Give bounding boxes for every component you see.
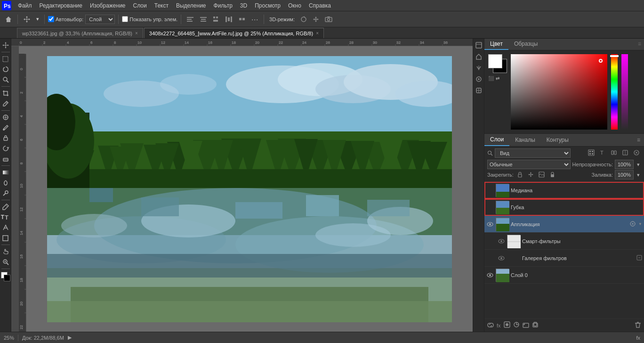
arrange-button[interactable] [236,15,248,24]
menu-layers[interactable]: Слои [129,1,151,10]
eraser-tool[interactable] [1,154,10,163]
history-brush-tool[interactable] [1,144,10,153]
layer-mediana[interactable]: Медиана [484,182,644,199]
layer-smart-visibility[interactable] [498,237,505,245]
layer-galereya[interactable]: Галерея фильтров [484,250,644,267]
brush-tool[interactable] [1,123,10,132]
layer-gubka-visibility[interactable] [486,204,494,211]
lock-pixels-btn[interactable] [515,171,524,179]
layer-mask-btn[interactable] [504,321,510,329]
layer-adjustment-btn[interactable] [513,321,520,329]
more-options-button[interactable]: ··· [250,15,260,24]
layer-smart-filters[interactable]: Смарт-фильтры [484,233,644,250]
status-arrow[interactable]: ▶ [68,335,72,341]
menu-image[interactable]: Изображение [86,1,129,10]
menu-filter[interactable]: Фильтр [210,1,236,10]
layers-tab[interactable]: Слои [484,134,509,146]
alpha-slider[interactable] [621,54,628,130]
layer-applikacia[interactable]: Аппликация ▼ [484,216,644,233]
3d-mode-button[interactable]: 3D-режим: [267,16,297,23]
pan-button[interactable] [311,15,321,24]
color-gradient-picker[interactable] [511,54,607,130]
fill-dropdown-btn[interactable]: ▾ [636,172,641,179]
filter-text-icon[interactable] [609,149,619,157]
bg-color-swatch[interactable] [4,275,10,281]
menu-window[interactable]: Окно [284,1,305,10]
lasso-tool[interactable] [1,65,10,74]
lock-all-btn[interactable] [548,171,557,179]
filter-adjust-icon[interactable]: T [598,149,607,157]
lock-position-btn[interactable] [526,171,535,179]
layer-galereya-options[interactable] [636,255,642,261]
layer-sloy0-visibility[interactable] [486,271,494,279]
blur-tool[interactable] [1,178,10,188]
align-right-button[interactable] [211,15,221,24]
menu-select[interactable]: Выделение [172,1,210,10]
lock-image-btn[interactable] [537,171,546,179]
hue-slider[interactable] [611,54,618,130]
menu-text[interactable]: Текст [151,1,172,10]
move-tool-button[interactable] [21,15,32,24]
layer-sloy0[interactable]: Слой 0 [484,267,644,284]
canvas-viewport[interactable]: 0 2 4 6 8 10 12 14 [19,46,473,332]
distribute-button[interactable] [223,15,234,24]
dodge-tool[interactable] [1,188,10,198]
filter-shape-icon[interactable] [620,149,630,157]
right-icon-4[interactable] [474,74,483,84]
camera-button[interactable] [323,15,334,24]
autoselect-checkbox[interactable] [48,16,54,22]
quick-select-tool[interactable] [1,75,10,84]
autoselect-dropdown[interactable]: Слой Группа [85,15,115,24]
swatches-tab[interactable]: Образцы [508,39,543,50]
menu-view[interactable]: Просмотр [251,1,284,10]
menu-help[interactable]: Справка [305,1,335,10]
channels-tab[interactable]: Каналы [509,134,541,146]
status-fx[interactable]: fx [636,335,640,341]
layer-galereya-visibility[interactable] [498,254,505,262]
healing-brush-tool[interactable] [1,113,10,122]
shape-tool[interactable] [1,233,10,243]
layer-applikacia-visibility[interactable] [486,220,494,228]
layer-fx-btn[interactable]: fx [497,323,501,328]
type-tool[interactable]: T T [1,212,10,222]
right-icon-3[interactable] [474,63,483,73]
menu-edit[interactable]: Редактирование [36,1,86,10]
filter-pixel-icon[interactable] [587,149,596,157]
layer-gubka[interactable]: Губка [484,199,644,216]
layer-new-btn[interactable] [532,321,539,329]
tab-2-close[interactable]: × [316,31,319,36]
layers-panel-menu[interactable]: ≡ [633,135,644,145]
home-button[interactable] [3,15,14,24]
move-tool-dropdown[interactable]: ▾ [34,15,41,23]
pen-tool[interactable] [1,202,10,212]
fill-input[interactable] [615,170,634,180]
menu-file[interactable]: Файл [14,1,36,10]
menu-3d[interactable]: 3D [236,1,251,10]
tab-1[interactable]: wp3323661.jpg @ 33,3% (Аппликация, RGB/8… [17,28,143,38]
eyedropper-tool[interactable] [1,99,10,108]
opacity-input[interactable] [615,160,634,169]
right-icon-2[interactable] [474,52,483,61]
move-tool[interactable] [1,41,10,50]
layer-delete-btn[interactable] [635,321,641,329]
path-tool[interactable] [1,223,10,232]
layers-filter-dropdown[interactable]: Вид Тип Имя [495,148,571,158]
color-tab[interactable]: Цвет [484,39,508,50]
filter-smart-icon[interactable] [632,149,641,157]
layer-mediana-visibility[interactable] [486,187,494,194]
align-left-button[interactable] [185,15,196,24]
rotation-button[interactable] [298,15,309,24]
marquee-tool[interactable] [1,54,10,64]
tab-1-close[interactable]: × [135,31,138,36]
zoom-tool[interactable] [1,257,10,267]
gradient-tool[interactable] [1,168,10,177]
blend-mode-dropdown[interactable]: Обычные Растворение Затемнение Умножение [487,160,571,169]
layer-group-btn[interactable] [523,321,529,329]
layer-expand-icon[interactable]: ▼ [638,222,642,226]
paths-tab[interactable]: Контуры [541,134,574,146]
reset-colors-icon[interactable]: ⬛ [488,76,494,81]
layer-link-btn[interactable] [487,322,494,329]
show-transform-checkbox[interactable] [122,16,128,22]
right-icon-1[interactable] [474,41,483,50]
right-icon-5[interactable] [474,86,483,95]
